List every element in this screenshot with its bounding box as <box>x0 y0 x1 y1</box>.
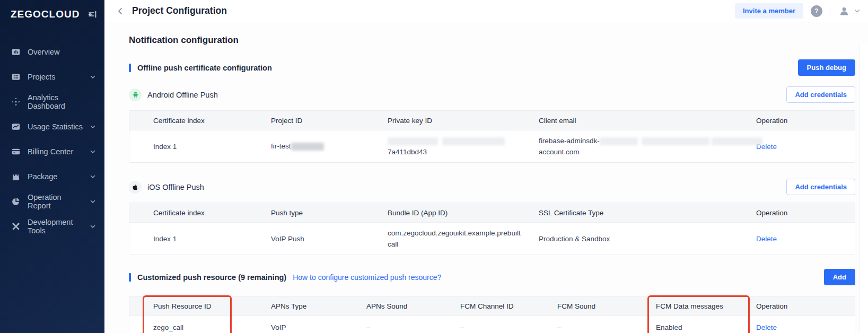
apns-sound-cell: – <box>366 323 460 331</box>
certificate-index-cell: Index 1 <box>129 235 271 243</box>
column-header: Bundle ID (App ID) <box>388 209 539 217</box>
table-row: zego_call VoIP – – – Enabled Delete <box>129 316 855 333</box>
project-configuration-content: Notification configuration Offline push … <box>104 22 868 333</box>
apple-icon <box>129 181 142 194</box>
fcm-sound-cell: – <box>557 323 656 331</box>
certificate-index-cell: Index 1 <box>129 143 271 151</box>
column-header: APNs Type <box>271 302 366 310</box>
operation-report-icon <box>11 197 21 206</box>
ios-add-credentials-button[interactable]: Add credentials <box>786 179 855 195</box>
custom-push-table: Push Resource ID APNs Type APNs Sound FC… <box>129 296 855 333</box>
invite-member-button[interactable]: Invite a member <box>735 3 803 19</box>
custom-push-add-button[interactable]: Add <box>824 269 855 285</box>
sidebar-item-label: Billing Center <box>28 147 73 156</box>
zegocloud-logo: ZEGOCLOUD <box>11 8 80 20</box>
column-header: Push Resource ID <box>129 302 271 310</box>
column-header: FCM Channel ID <box>460 302 557 310</box>
user-avatar-icon <box>838 5 851 17</box>
client-email-cell: firebase-adminsdk- account.com <box>539 135 756 157</box>
billing-center-icon <box>11 147 21 156</box>
chevron-down-icon <box>90 74 96 80</box>
apns-type-cell: VoIP <box>271 323 366 331</box>
fcm-data-messages-cell: Enabled <box>656 323 756 331</box>
section-accent-bar <box>129 64 131 72</box>
back-button[interactable] <box>116 7 125 15</box>
development-tools-icon <box>11 222 21 231</box>
sidebar-item-projects[interactable]: Projects <box>0 64 104 89</box>
chevron-down-icon <box>90 198 96 205</box>
push-resource-id-cell: zego_call <box>129 323 271 331</box>
sidebar: ZEGOCLOUD Overview Projects <box>0 0 104 333</box>
push-type-cell: VoIP Push <box>271 235 388 243</box>
custom-push-help-link[interactable]: How to configure customized push resourc… <box>293 273 441 282</box>
chevron-down-icon <box>90 148 96 155</box>
sidebar-item-label: Analytics Dashboard <box>28 93 96 110</box>
projects-icon <box>11 72 21 82</box>
sidebar-item-label: Projects <box>28 73 55 81</box>
section-accent-bar <box>129 273 131 282</box>
sidebar-item-analytics-dashboard[interactable]: Analytics Dashboard <box>0 89 104 114</box>
redacted-blur <box>442 137 505 145</box>
redacted-blur <box>642 137 709 145</box>
chevron-down-icon <box>90 223 96 230</box>
column-header: SSL Certificate Type <box>539 209 756 217</box>
table-row: Index 1 VoIP Push com.zegocloud.zegouiki… <box>129 222 855 255</box>
column-header: Project ID <box>271 117 388 125</box>
private-key-id-cell: 7a411dbd43 <box>388 135 539 157</box>
help-icon[interactable]: ? <box>811 5 822 17</box>
column-header: Client email <box>539 117 756 125</box>
redacted-blur <box>388 137 438 145</box>
notification-configuration-heading: Notification configuration <box>129 35 868 46</box>
sidebar-item-package[interactable]: Package <box>0 164 104 189</box>
sidebar-item-label: Operation Report <box>28 193 83 210</box>
package-icon <box>11 172 21 181</box>
chevron-down-icon <box>90 173 96 180</box>
sidebar-item-billing-center[interactable]: Billing Center <box>0 139 104 164</box>
analytics-dashboard-icon <box>11 97 21 107</box>
user-menu[interactable] <box>838 5 861 17</box>
column-header: FCM Sound <box>557 302 656 310</box>
column-header: Certificate index <box>129 117 271 125</box>
column-header: Operation <box>756 117 855 125</box>
sidebar-collapse-icon[interactable] <box>87 10 97 19</box>
topbar: Project Configuration Invite a member ? <box>104 0 868 22</box>
sidebar-nav: Overview Projects Analytics Dashboard Us… <box>0 39 104 239</box>
ios-delete-link[interactable]: Delete <box>756 235 777 243</box>
table-row: Index 1 fir-test 7a411dbd43 firebase-adm… <box>129 130 855 162</box>
android-icon <box>129 89 142 101</box>
column-header: Private key ID <box>388 117 539 125</box>
column-header: Operation <box>756 302 855 310</box>
android-offline-push-title: Android Offline Push <box>147 91 218 99</box>
redacted-blur <box>291 143 324 151</box>
custom-push-section-title: Customized push resource (9 remaining) <box>137 273 286 282</box>
ssl-certificate-type-cell: Production & Sandbox <box>539 235 756 243</box>
redacted-blur <box>600 137 638 145</box>
topbar-divider <box>830 6 830 16</box>
sidebar-item-label: Usage Statistics <box>28 122 83 131</box>
sidebar-item-label: Package <box>28 172 57 181</box>
custom-delete-link[interactable]: Delete <box>756 323 777 331</box>
chevron-down-icon <box>90 124 96 130</box>
ios-push-table: Certificate index Push type Bundle ID (A… <box>129 203 855 255</box>
column-header: APNs Sound <box>366 302 460 310</box>
android-add-credentials-button[interactable]: Add credentials <box>786 86 855 103</box>
sidebar-item-operation-report[interactable]: Operation Report <box>0 189 104 214</box>
sidebar-item-development-tools[interactable]: Development Tools <box>0 214 104 239</box>
column-header: Operation <box>756 209 855 217</box>
bundle-id-cell: com.zegocloud.zegouikit.example.prebuilt… <box>388 227 521 250</box>
sidebar-item-label: Overview <box>28 48 59 56</box>
push-debug-button[interactable]: Push debug <box>798 59 855 76</box>
column-header: Push type <box>271 209 388 217</box>
page-title: Project Configuration <box>132 5 227 16</box>
sidebar-item-overview[interactable]: Overview <box>0 39 104 64</box>
usage-statistics-icon <box>11 122 21 132</box>
android-push-table: Certificate index Project ID Private key… <box>129 110 855 163</box>
fcm-channel-id-cell: – <box>460 323 557 331</box>
chevron-down-icon <box>854 7 861 14</box>
project-id-cell: fir-test <box>271 142 388 151</box>
column-header: Certificate index <box>129 209 271 217</box>
sidebar-item-usage-statistics[interactable]: Usage Statistics <box>0 114 104 139</box>
redacted-blur <box>712 137 762 145</box>
sidebar-item-label: Development Tools <box>28 218 83 235</box>
scrollbar-gutter[interactable] <box>860 45 868 333</box>
